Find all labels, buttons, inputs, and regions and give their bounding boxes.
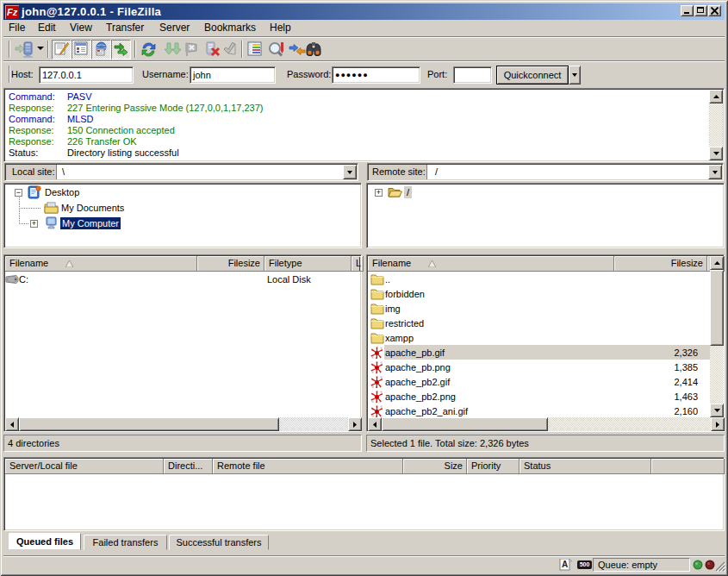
svg-text:A: A	[562, 560, 568, 569]
svg-text:Fz: Fz	[7, 7, 18, 17]
